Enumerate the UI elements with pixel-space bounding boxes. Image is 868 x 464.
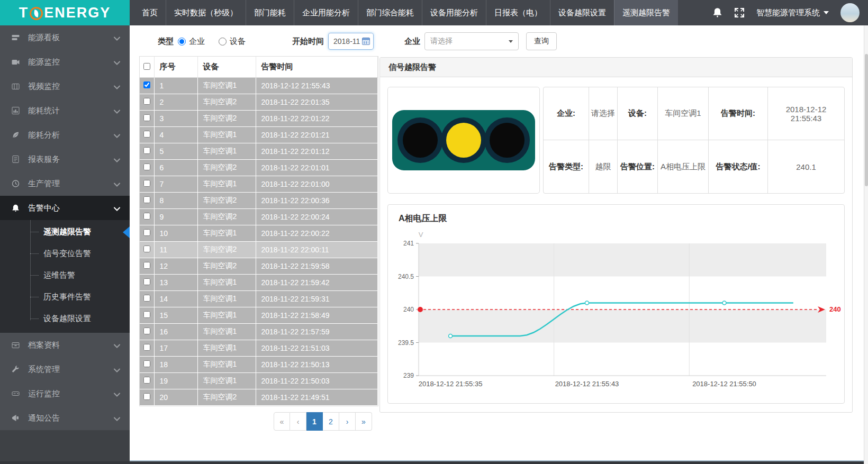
start-time-input[interactable]: 2018-11 xyxy=(328,33,374,50)
sidebar-item[interactable]: 运行监控 xyxy=(0,381,130,406)
row-no-cell: 3 xyxy=(154,110,197,126)
sidebar-item[interactable]: 能源监控 xyxy=(0,50,130,74)
radio-device[interactable]: 设备 xyxy=(219,37,246,47)
bell-icon[interactable] xyxy=(712,7,722,18)
row-checkbox[interactable] xyxy=(143,360,150,367)
top-nav-item[interactable]: 部门综合能耗 xyxy=(358,0,422,25)
calendar-icon[interactable] xyxy=(362,38,370,45)
table-row[interactable]: 15车间空调12018-11-22 21:58:49 xyxy=(140,307,378,323)
top-nav-item[interactable]: 日报表（电） xyxy=(486,0,550,25)
row-checkbox[interactable] xyxy=(143,131,150,138)
table-row[interactable]: 2车间空调22018-11-22 22:01:35 xyxy=(140,94,378,110)
sidebar-item[interactable]: 生产管理 xyxy=(0,171,130,196)
sidebar-item[interactable]: 通知公告 xyxy=(0,406,130,430)
pagination-item[interactable]: « xyxy=(274,412,290,431)
row-checkbox[interactable] xyxy=(143,98,150,105)
row-checkbox-cell xyxy=(140,143,154,159)
table-row[interactable]: 10车间空调12018-11-22 22:00:22 xyxy=(140,225,378,241)
system-name-dropdown[interactable]: 智慧能源管理系统 xyxy=(756,8,829,18)
row-checkbox[interactable] xyxy=(143,114,150,121)
row-checkbox[interactable] xyxy=(143,147,150,154)
row-checkbox[interactable] xyxy=(143,196,150,203)
row-checkbox[interactable] xyxy=(143,213,150,220)
table-row[interactable]: 3车间空调22018-11-22 22:01:22 xyxy=(140,110,378,126)
row-checkbox[interactable] xyxy=(143,393,150,400)
table-row[interactable]: 19车间空调12018-11-22 21:50:03 xyxy=(140,372,378,389)
row-checkbox[interactable] xyxy=(143,311,150,318)
search-button[interactable]: 查询 xyxy=(526,32,557,50)
table-row[interactable]: 14车间空调12018-11-22 21:59:31 xyxy=(140,290,378,307)
company-select[interactable]: 请选择 xyxy=(424,32,519,50)
row-checkbox[interactable] xyxy=(143,229,150,236)
row-no-cell: 11 xyxy=(154,241,197,258)
table-row[interactable]: 17车间空调12018-11-22 21:51:03 xyxy=(140,340,378,356)
table-row[interactable]: 8车间空调22018-11-22 22:00:36 xyxy=(140,192,378,208)
top-nav-item[interactable]: 部门能耗 xyxy=(246,0,294,25)
table-row[interactable]: 13车间空调12018-11-22 21:59:42 xyxy=(140,274,378,290)
radio-company[interactable]: 企业 xyxy=(178,37,205,47)
row-checkbox[interactable] xyxy=(143,344,150,351)
row-no-cell: 20 xyxy=(154,389,197,405)
sidebar-item[interactable]: 档案资料 xyxy=(0,333,130,357)
top-nav-item[interactable]: 首页 xyxy=(134,0,166,25)
radio-device-input[interactable] xyxy=(219,38,227,46)
table-row[interactable]: 16车间空调12018-11-22 21:57:59 xyxy=(140,323,378,340)
sidebar-item-label: 生产管理 xyxy=(28,179,114,189)
pagination-item[interactable]: ‹ xyxy=(290,412,306,431)
row-checkbox[interactable] xyxy=(143,262,150,269)
sidebar-sub-item[interactable]: 设备越限设置 xyxy=(0,308,130,330)
row-checkbox[interactable] xyxy=(143,295,150,302)
logo-leaf-icon xyxy=(30,7,43,20)
row-checkbox[interactable] xyxy=(143,245,150,252)
avatar[interactable] xyxy=(840,3,860,22)
table-row[interactable]: 4车间空调12018-11-22 22:01:21 xyxy=(140,126,378,143)
sidebar-sub-item[interactable]: 历史事件告警 xyxy=(0,286,130,308)
sidebar-sub-item[interactable]: 遥测越限告警 xyxy=(0,221,130,243)
row-checkbox[interactable] xyxy=(143,180,150,187)
table-row[interactable]: 20车间空调22018-11-22 21:49:51 xyxy=(140,389,378,405)
radio-company-input[interactable] xyxy=(178,38,186,46)
select-all-checkbox[interactable] xyxy=(143,63,150,70)
table-row[interactable]: 5车间空调12018-11-22 22:01:12 xyxy=(140,143,378,159)
table-row[interactable]: 18车间空调12018-11-22 21:50:13 xyxy=(140,356,378,372)
sidebar-sub-item[interactable]: 运维告警 xyxy=(0,265,130,286)
scrollbar-thumb[interactable] xyxy=(865,54,868,186)
table-row[interactable]: 6车间空调22018-11-22 22:01:01 xyxy=(140,159,378,176)
table-row[interactable]: 11车间空调22018-11-22 22:00:11 xyxy=(140,241,378,258)
fullscreen-icon[interactable] xyxy=(734,7,745,18)
sidebar-item[interactable]: 告警中心 xyxy=(0,196,130,220)
top-nav-item[interactable]: 设备越限设置 xyxy=(550,0,614,25)
sidebar-sub-item[interactable]: 信号变位告警 xyxy=(0,243,130,265)
row-checkbox[interactable] xyxy=(143,278,150,285)
pagination-item[interactable]: » xyxy=(356,412,372,431)
row-checkbox[interactable] xyxy=(143,81,150,88)
app-logo: TENERGY xyxy=(0,0,130,25)
pagination-item[interactable]: 1 xyxy=(306,412,323,431)
row-checkbox[interactable] xyxy=(143,163,150,170)
sidebar-item[interactable]: 报表服务 xyxy=(0,147,130,171)
row-time-cell: 2018-11-22 22:01:22 xyxy=(256,110,378,126)
top-nav-item[interactable]: 企业用能分析 xyxy=(294,0,358,25)
sidebar-item[interactable]: 能源看板 xyxy=(0,25,130,50)
sidebar-item[interactable]: 视频监控 xyxy=(0,74,130,98)
top-nav-item[interactable]: 实时数据（秒级） xyxy=(166,0,246,25)
table-row[interactable]: 7车间空调12018-11-22 22:01:00 xyxy=(140,176,378,192)
row-checkbox[interactable] xyxy=(143,327,150,334)
table-row[interactable]: 9车间空调22018-11-22 22:00:24 xyxy=(140,208,378,225)
pagination-item[interactable]: › xyxy=(339,412,356,431)
top-nav-item[interactable]: 设备用能分析 xyxy=(422,0,486,25)
pagination-item[interactable]: 2 xyxy=(323,412,339,431)
sidebar-item-label: 档案资料 xyxy=(28,340,114,350)
row-checkbox[interactable] xyxy=(143,377,150,384)
type-label: 类型 xyxy=(158,37,174,47)
sidebar-item[interactable]: 能耗统计 xyxy=(0,98,130,123)
row-time-cell: 2018-11-22 21:57:59 xyxy=(256,323,378,340)
row-time-cell: 2018-11-22 22:01:21 xyxy=(256,126,378,143)
sidebar-item[interactable]: 能耗分析 xyxy=(0,123,130,147)
sidebar-item[interactable]: 系统管理 xyxy=(0,357,130,381)
top-nav-item[interactable]: 遥测越限告警 xyxy=(614,0,678,25)
chevron-down-icon xyxy=(114,131,120,140)
sidebar-sub-item-label: 信号变位告警 xyxy=(43,249,91,259)
table-row[interactable]: 1车间空调12018-12-12 21:55:43 xyxy=(140,77,378,94)
table-row[interactable]: 12车间空调22018-11-22 21:59:58 xyxy=(140,258,378,274)
